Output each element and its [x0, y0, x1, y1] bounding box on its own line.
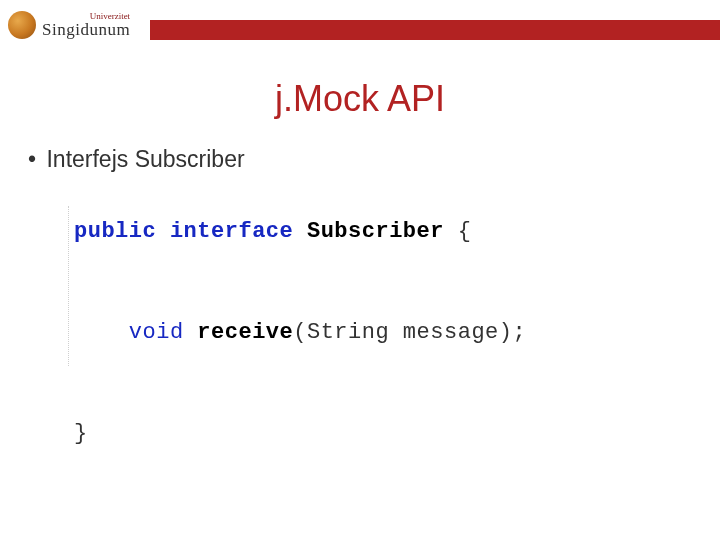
code-line-1: public interface Subscriber {	[74, 207, 720, 258]
keyword-public: public	[74, 219, 156, 244]
code-gutter-line	[68, 206, 70, 366]
slide-title: j.Mock API	[0, 78, 720, 120]
code-line-blank-2	[74, 359, 720, 410]
header-accent-bar	[150, 20, 720, 40]
interface-name: Subscriber	[307, 219, 444, 244]
code-snippet: public interface Subscriber { void recei…	[74, 207, 720, 460]
slide-header: Univerzitet Singidunum	[0, 0, 720, 50]
keyword-void: void	[129, 320, 184, 345]
logo-text: Univerzitet Singidunum	[42, 12, 130, 38]
bullet-point: Interfejs Subscriber	[28, 146, 720, 173]
open-brace: {	[444, 219, 471, 244]
keyword-interface: interface	[170, 219, 293, 244]
code-line-3: }	[74, 409, 720, 460]
code-line-blank-1	[74, 258, 720, 309]
method-name: receive	[197, 320, 293, 345]
logo-emblem-icon	[8, 11, 36, 39]
close-brace: }	[74, 421, 88, 446]
code-line-2: void receive(String message);	[74, 308, 720, 359]
method-params: (String message);	[293, 320, 526, 345]
logo-title: Singidunum	[42, 20, 130, 39]
university-logo: Univerzitet Singidunum	[0, 0, 150, 50]
